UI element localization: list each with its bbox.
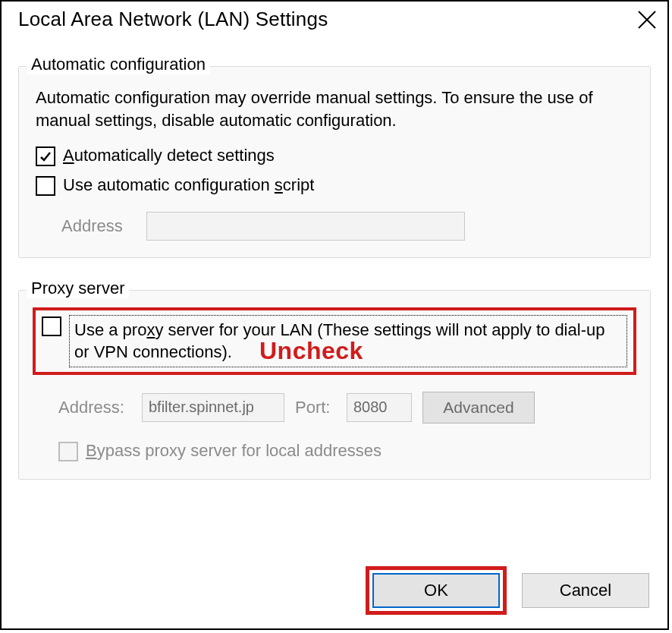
- ok-button[interactable]: OK: [372, 573, 500, 608]
- auto-script-address-input: [146, 212, 465, 241]
- ok-highlight-box: OK: [366, 566, 507, 615]
- cancel-button[interactable]: Cancel: [522, 573, 649, 608]
- lan-settings-dialog: Local Area Network (LAN) Settings Automa…: [0, 0, 669, 630]
- automatic-configuration-legend: Automatic configuration: [27, 55, 210, 74]
- dialog-footer: OK Cancel: [366, 566, 649, 615]
- proxy-port-input: [347, 393, 412, 422]
- proxy-address-input: [142, 393, 284, 422]
- titlebar: Local Area Network (LAN) Settings: [2, 2, 667, 36]
- auto-detect-label: Automatically detect settings: [63, 145, 275, 167]
- bypass-local-checkbox: [58, 442, 78, 461]
- auto-script-label: Use automatic configuration script: [63, 175, 314, 197]
- proxy-address-label: Address:: [58, 398, 131, 417]
- proxy-server-group: Proxy server Use a proxy server for your…: [18, 290, 651, 480]
- bypass-local-row: Bypass proxy server for local addresses: [58, 440, 636, 462]
- auto-script-checkbox[interactable]: [36, 176, 55, 196]
- auto-detect-checkbox[interactable]: [36, 146, 55, 166]
- window-title: Local Area Network (LAN) Settings: [18, 8, 328, 31]
- proxy-port-label: Port:: [295, 398, 336, 417]
- proxy-server-legend: Proxy server: [27, 279, 129, 298]
- close-icon[interactable]: [637, 10, 657, 30]
- use-proxy-checkbox[interactable]: [42, 316, 61, 336]
- use-proxy-label: Use a proxy server for your LAN (These s…: [69, 315, 627, 367]
- auto-script-row[interactable]: Use automatic configuration script: [36, 175, 633, 197]
- auto-detect-row[interactable]: Automatically detect settings: [36, 145, 633, 167]
- proxy-address-row: Address: Port: Advanced: [58, 392, 636, 424]
- auto-script-address-row: Address: [61, 212, 633, 241]
- auto-script-address-label: Address: [61, 216, 134, 236]
- bypass-local-label: Bypass proxy server for local addresses: [86, 440, 382, 462]
- use-proxy-highlight-box: Use a proxy server for your LAN (These s…: [33, 307, 636, 375]
- automatic-configuration-group: Automatic configuration Automatic config…: [18, 66, 651, 258]
- advanced-button: Advanced: [422, 392, 535, 424]
- automatic-configuration-description: Automatic configuration may override man…: [36, 87, 633, 131]
